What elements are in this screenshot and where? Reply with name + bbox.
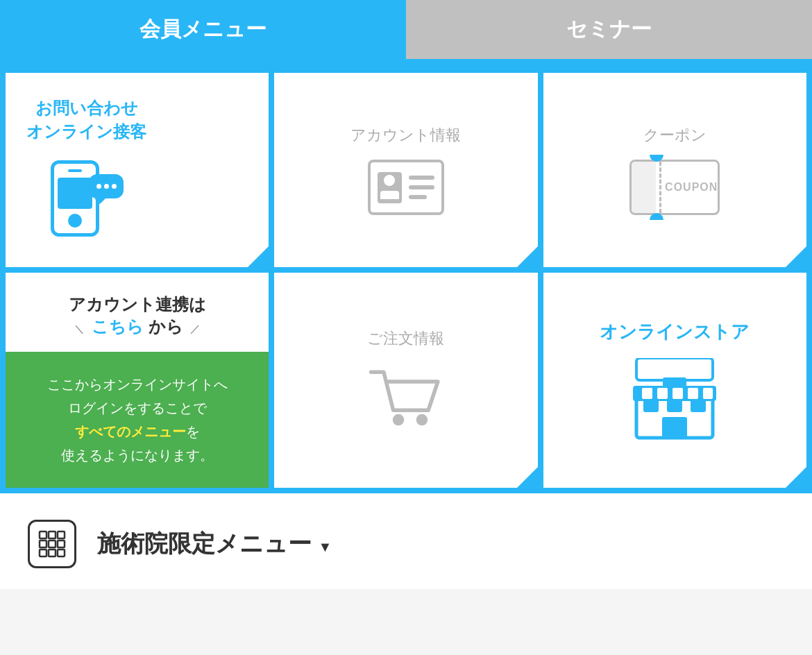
svg-rect-20 [58, 541, 65, 547]
svg-rect-12 [662, 417, 687, 438]
svg-rect-5 [657, 388, 668, 399]
cell-account-info[interactable]: アカウント情報 [274, 73, 537, 267]
corner-fold-contact [248, 246, 269, 267]
desc-line2: ログインをすることで [68, 400, 207, 416]
blue-separator-bar [0, 59, 812, 67]
svg-rect-23 [58, 550, 65, 556]
tab-seminar[interactable]: セミナー [406, 0, 812, 59]
corner-fold-order [517, 467, 538, 488]
svg-rect-21 [40, 550, 46, 556]
coupon-icon-wrapper: COUPON [629, 160, 720, 215]
phone-screen [58, 178, 92, 209]
svg-rect-7 [688, 388, 698, 399]
footer-arrow-icon: ▼ [318, 539, 332, 554]
svg-rect-10 [667, 400, 682, 412]
footer-label: 施術院限定メニュー [97, 530, 312, 556]
footer-text-container[interactable]: 施術院限定メニュー ▼ [97, 528, 332, 560]
coupon-notch-top [650, 155, 663, 162]
corner-fold-store [786, 467, 806, 488]
tab-seminar-label: セミナー [566, 17, 652, 40]
coupon-right-text: COUPON [665, 181, 718, 194]
id-line-3 [409, 195, 427, 199]
menu-grid-icon [37, 529, 67, 559]
cell-contact[interactable]: お問い合わせ オンライン接客 [6, 73, 269, 267]
cart-icon [368, 363, 444, 432]
svg-rect-6 [673, 388, 683, 399]
id-lines [409, 176, 434, 199]
svg-rect-14 [636, 358, 713, 380]
phone-icon [51, 160, 99, 237]
coupon-icon: COUPON [629, 160, 720, 215]
cell-online-store[interactable]: オンラインストア [543, 273, 806, 488]
footer-icon-container[interactable] [28, 520, 76, 568]
chat-bubble-icon [89, 174, 124, 198]
dot2 [104, 184, 109, 189]
online-store-title: オンラインストア [600, 320, 750, 344]
svg-rect-9 [643, 400, 659, 412]
svg-rect-22 [49, 550, 56, 556]
corner-fold-coupon [786, 246, 806, 267]
desc-line4: 使えるようになります。 [61, 448, 214, 463]
svg-rect-17 [58, 531, 65, 538]
cell-order[interactable]: ご注文情報 [274, 273, 537, 488]
account-link-desc: ここからオンラインサイトへ ログインをすることで すべてのメニューを 使えるよう… [19, 373, 255, 467]
chat-dots [96, 184, 117, 189]
contact-title: お問い合わせ オンライン接客 [26, 96, 146, 143]
id-card-icon [368, 160, 444, 215]
tabs: 会員メニュー セミナー [0, 0, 812, 59]
svg-point-0 [393, 414, 405, 426]
id-line-1 [409, 176, 434, 180]
dot3 [112, 184, 117, 189]
svg-rect-11 [691, 400, 706, 412]
coupon-divider [659, 162, 661, 213]
svg-rect-8 [703, 388, 713, 399]
tab-member-menu[interactable]: 会員メニュー [0, 0, 406, 59]
footer: 施術院限定メニュー ▼ [0, 499, 812, 589]
dot1 [96, 184, 101, 189]
id-avatar-icon [378, 172, 402, 203]
svg-rect-4 [642, 388, 652, 399]
corner-fold-account [517, 246, 538, 267]
svg-rect-18 [40, 541, 46, 547]
svg-rect-16 [49, 531, 56, 538]
cell-coupon[interactable]: クーポン COUPON [543, 73, 806, 267]
account-link-bottom: ここからオンラインサイトへ ログインをすることで すべてのメニューを 使えるよう… [6, 352, 269, 488]
contact-icon-container [26, 153, 124, 244]
menu-grid: お問い合わせ オンライン接客 [0, 67, 812, 493]
desc-line1: ここからオンラインサイトへ [47, 377, 228, 392]
app-container: 会員メニュー セミナー お問い合わせ オンライン接客 [0, 0, 812, 589]
desc-line3: を [186, 424, 200, 439]
cell-account-link[interactable]: アカウント連携は ＼ こちら から ／ ここからオンラインサイトへ ログインをす… [6, 273, 269, 488]
tab-member-menu-label: 会員メニュー [139, 17, 267, 40]
account-link-text1: アカウント連携は [69, 295, 206, 314]
account-link-text3: から [149, 317, 183, 336]
svg-point-1 [416, 414, 428, 426]
account-link-top: アカウント連携は ＼ こちら から ／ [6, 273, 269, 352]
account-link-slash-right: ／ [190, 323, 200, 334]
store-icon [629, 358, 720, 441]
account-link-here: こちら [92, 317, 144, 336]
coupon-title: クーポン [643, 125, 707, 146]
coupon-left [632, 162, 656, 213]
svg-rect-19 [49, 541, 56, 547]
svg-rect-15 [40, 531, 46, 538]
id-line-2 [409, 185, 434, 189]
coupon-notch-bottom [650, 213, 663, 220]
account-info-title: アカウント情報 [350, 125, 461, 146]
account-link-slash-left: ＼ [74, 323, 84, 334]
order-title: ご注文情報 [367, 328, 444, 349]
contact-title-line2: オンライン接客 [26, 122, 146, 141]
desc-highlight: すべてのメニュー [75, 424, 186, 439]
contact-title-line1: お問い合わせ [35, 99, 138, 117]
